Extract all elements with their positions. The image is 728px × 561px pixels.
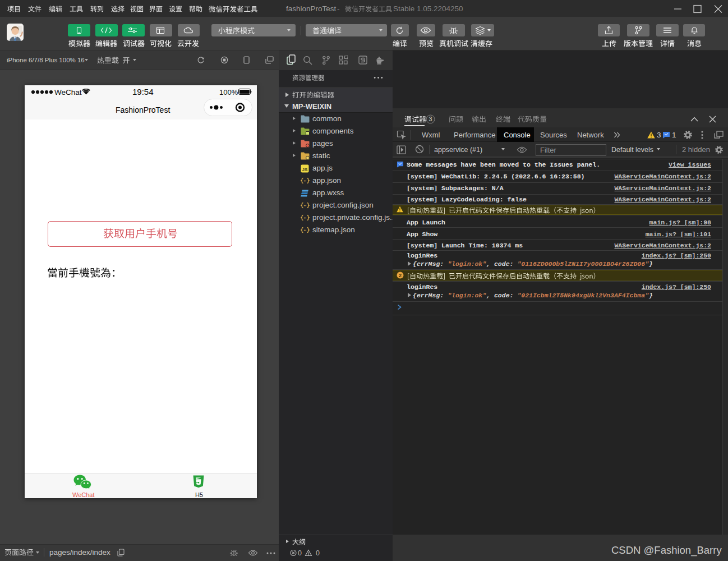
svg-text:JS: JS bbox=[302, 167, 308, 172]
svg-text:2: 2 bbox=[399, 273, 402, 278]
svg-text:3: 3 bbox=[429, 116, 432, 122]
